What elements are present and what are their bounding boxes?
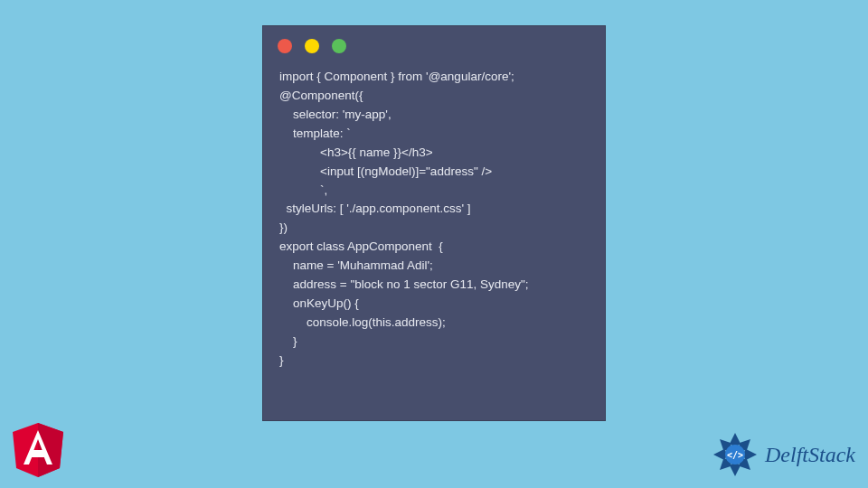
- minimize-dot-icon: [305, 39, 319, 53]
- close-dot-icon: [278, 39, 292, 53]
- delftstack-label: DelftStack: [765, 443, 855, 467]
- angular-logo-icon: [13, 423, 63, 477]
- delftstack-logo: </> DelftStack: [711, 430, 855, 479]
- maximize-dot-icon: [332, 39, 346, 53]
- delftstack-badge-icon: </>: [711, 430, 760, 479]
- traffic-lights: [263, 26, 605, 61]
- svg-text:</>: </>: [727, 450, 743, 460]
- code-block: import { Component } from '@angular/core…: [263, 61, 605, 385]
- code-window: import { Component } from '@angular/core…: [262, 25, 606, 421]
